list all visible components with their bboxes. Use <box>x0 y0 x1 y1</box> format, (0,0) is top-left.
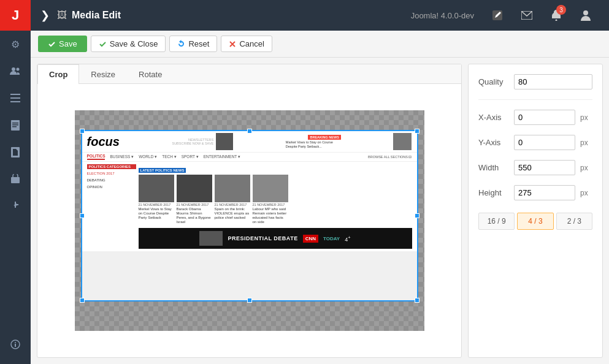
crop-handle-mr[interactable] <box>415 213 419 218</box>
sidebar-item-settings[interactable]: ⚙ <box>0 31 31 58</box>
width-row: Width px <box>478 160 592 175</box>
x-axis-unit: px <box>580 113 592 122</box>
width-unit: px <box>580 164 592 172</box>
y-axis-row: Y-Axis px <box>478 135 592 150</box>
editor-panel: Crop Resize Rotate <box>37 64 462 358</box>
svg-point-13 <box>15 342 16 343</box>
overlay-bottom <box>75 301 424 331</box>
width-input[interactable] <box>514 160 575 175</box>
svg-rect-6 <box>12 123 18 124</box>
quality-input[interactable] <box>514 74 592 89</box>
svg-point-1 <box>17 68 20 71</box>
svg-rect-3 <box>10 97 20 99</box>
svg-point-16 <box>556 20 557 21</box>
x-axis-input[interactable] <box>514 110 575 125</box>
right-panel: Quality X-Axis px Y-Axis px Width px <box>468 64 603 358</box>
height-label: Height <box>478 188 509 197</box>
svg-rect-8 <box>12 126 17 127</box>
page-title: Media Edit <box>72 10 411 21</box>
tab-rotate[interactable]: Rotate <box>127 64 174 84</box>
reset-button[interactable]: Reset <box>169 36 217 52</box>
main-area: ❯ 🖼 Media Edit Joomla! 4.0.0-dev 3 Save <box>31 0 609 364</box>
width-label: Width <box>478 163 509 172</box>
tabs: Crop Resize Rotate <box>37 64 461 84</box>
brand-label: Joomla! 4.0.0-dev <box>411 11 474 20</box>
x-axis-label: X-Axis <box>478 113 509 122</box>
ratio-2-3[interactable]: 2 / 3 <box>556 213 592 230</box>
svg-point-17 <box>583 10 588 15</box>
sidebar-item-puzzle[interactable] <box>0 192 31 219</box>
news-title: focus <box>87 135 120 149</box>
svg-rect-2 <box>10 94 20 95</box>
sidebar-item-info[interactable] <box>0 331 31 358</box>
y-axis-label: Y-Axis <box>478 138 509 147</box>
height-input[interactable] <box>514 185 575 200</box>
crop-box[interactable]: focus NEWSLETTERSSUBSCRIBE NOW & SAVE BR… <box>81 130 418 301</box>
topbar-actions: 3 <box>484 0 599 31</box>
crop-handle-tc[interactable] <box>247 129 252 134</box>
svg-point-0 <box>12 67 15 71</box>
height-unit: px <box>580 189 592 197</box>
sidebar-item-page[interactable] <box>0 138 31 165</box>
ratio-16-9[interactable]: 16 / 9 <box>478 213 515 230</box>
user-icon-btn[interactable] <box>572 0 599 31</box>
sidebar-item-file[interactable] <box>0 112 31 138</box>
bell-icon-btn[interactable]: 3 <box>543 0 570 31</box>
ratio-buttons: 16 / 9 4 / 3 2 / 3 <box>478 213 592 230</box>
save-button[interactable]: Save <box>38 36 87 52</box>
save-close-button[interactable]: Save & Close <box>91 36 166 52</box>
joomla-logo[interactable]: J <box>0 0 31 31</box>
news-image: focus NEWSLETTERSSUBSCRIBE NOW & SAVE BR… <box>82 131 417 300</box>
mail-icon-btn[interactable] <box>513 0 540 31</box>
x-axis-row: X-Axis px <box>478 110 592 125</box>
sidebar-item-list[interactable] <box>0 85 31 112</box>
ratio-4-3[interactable]: 4 / 3 <box>517 213 553 230</box>
quality-row: Quality <box>478 74 592 89</box>
sidebar: J ⚙ <box>0 0 31 364</box>
cancel-button[interactable]: Cancel <box>221 36 272 52</box>
sidebar-item-box[interactable] <box>0 165 31 192</box>
svg-rect-7 <box>12 124 18 126</box>
overlay-top <box>75 110 424 130</box>
quality-label: Quality <box>478 77 509 86</box>
y-axis-input[interactable] <box>514 135 575 150</box>
image-canvas[interactable]: focus NEWSLETTERSSUBSCRIBE NOW & SAVE BR… <box>75 110 424 331</box>
canvas-area: focus NEWSLETTERSSUBSCRIBE NOW & SAVE BR… <box>37 84 461 357</box>
crop-handle-tr[interactable] <box>415 129 419 134</box>
content-area: Crop Resize Rotate <box>31 58 609 364</box>
sidebar-item-users[interactable] <box>0 58 31 85</box>
svg-rect-10 <box>11 177 20 183</box>
breaking-tag: BREAKING NEWS <box>308 135 340 140</box>
page-icon: 🖼 <box>57 10 67 21</box>
notification-badge: 3 <box>556 5 566 15</box>
tab-crop[interactable]: Crop <box>37 64 79 84</box>
crop-handle-tl[interactable] <box>80 129 85 134</box>
crop-handle-bc[interactable] <box>247 298 252 303</box>
toolbar: Save Save & Close Reset Cancel <box>31 31 609 58</box>
svg-rect-12 <box>15 344 16 347</box>
svg-rect-4 <box>10 101 20 102</box>
menu-toggle[interactable]: ❯ <box>40 9 50 22</box>
tab-resize[interactable]: Resize <box>79 64 127 84</box>
topbar: ❯ 🖼 Media Edit Joomla! 4.0.0-dev 3 <box>31 0 609 31</box>
divider-1 <box>478 99 592 100</box>
crop-handle-ml[interactable] <box>80 213 85 218</box>
edit-icon-btn[interactable] <box>484 0 511 31</box>
height-row: Height px <box>478 185 592 200</box>
crop-handle-br[interactable] <box>415 298 419 303</box>
y-axis-unit: px <box>580 138 592 147</box>
crop-handle-bl[interactable] <box>80 298 85 303</box>
